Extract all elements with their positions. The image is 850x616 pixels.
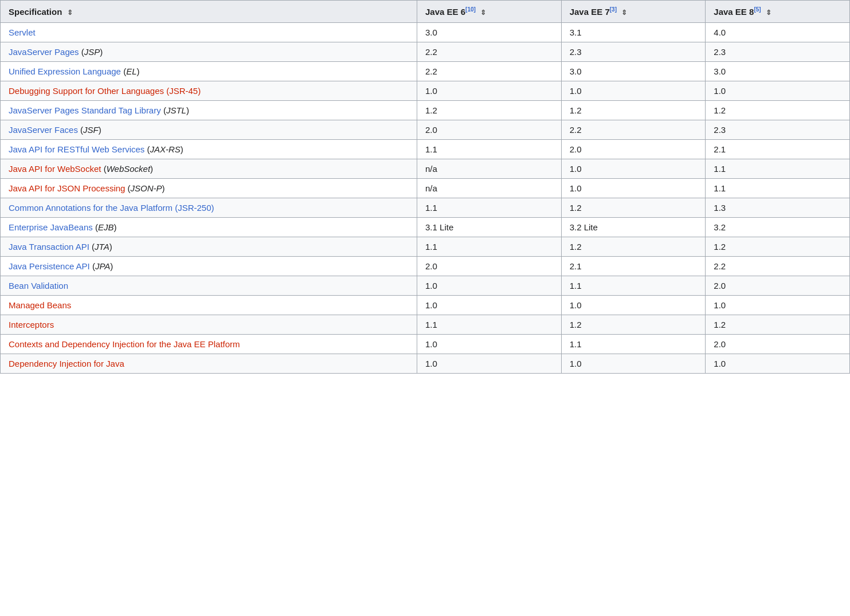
table-row: Java API for RESTful Web Services (JAX-R…: [1, 140, 850, 159]
spec-link[interactable]: Java API for JSON Processing: [9, 183, 125, 193]
version-value-ee7: 1.0: [570, 86, 582, 96]
table-row: JavaServer Pages (JSP)2.22.32.3: [1, 42, 850, 62]
header-ee8[interactable]: Java EE 8[5] ⇕: [706, 1, 850, 23]
spec-cell: Java API for WebSocket (WebSocket): [1, 159, 417, 179]
table-container: Specification ⇕ Java EE 6[10] ⇕ Java EE …: [0, 0, 850, 374]
spec-link[interactable]: Java API for WebSocket: [9, 164, 101, 174]
table-row: Managed Beans1.01.01.0: [1, 296, 850, 315]
spec-link[interactable]: Interceptors: [9, 320, 54, 329]
version-cell-ee6: 2.0: [417, 257, 562, 276]
spec-link[interactable]: Unified Expression Language: [9, 66, 121, 76]
spec-cell: Java Transaction API (JTA): [1, 237, 417, 257]
version-value-ee6: 1.0: [425, 281, 437, 291]
header-specification[interactable]: Specification ⇕: [1, 1, 417, 23]
spec-link[interactable]: Java Transaction API: [9, 242, 89, 252]
spec-cell: Interceptors: [1, 315, 417, 335]
version-value-ee6: 1.0: [425, 86, 437, 96]
table-row: Servlet3.03.14.0: [1, 23, 850, 42]
version-cell-ee7: 3.0: [561, 62, 706, 81]
version-cell-ee6: n/a: [417, 159, 562, 179]
version-value-ee8: 1.2: [714, 320, 726, 329]
version-value-ee6: 1.0: [425, 339, 437, 349]
version-cell-ee6: 2.2: [417, 42, 562, 62]
spec-link[interactable]: Servlet: [9, 28, 36, 37]
version-value-ee8: 1.3: [714, 203, 726, 213]
version-cell-ee6: 1.1: [417, 140, 562, 159]
table-row: Dependency Injection for Java1.01.01.0: [1, 354, 850, 374]
spec-cell: Java API for JSON Processing (JSON-P): [1, 179, 417, 198]
sort-icon-ee7: ⇕: [621, 9, 627, 17]
version-cell-ee6: 1.2: [417, 101, 562, 120]
version-value-ee6: 1.2: [425, 105, 437, 115]
header-ee7-sup: [3]: [610, 6, 617, 13]
version-cell-ee8: 3.2: [706, 218, 850, 237]
spec-link[interactable]: Managed Beans: [9, 300, 71, 310]
version-value-ee8: 1.2: [714, 242, 726, 252]
version-value-ee8: 2.2: [714, 261, 726, 271]
version-cell-ee6: 1.0: [417, 81, 562, 101]
version-value-ee6: 2.0: [425, 125, 437, 135]
version-cell-ee8: 3.0: [706, 62, 850, 81]
spec-link[interactable]: Common Annotations for the Java Platform…: [9, 203, 214, 213]
version-cell-ee7: 1.0: [561, 354, 706, 374]
version-value-ee6: 2.0: [425, 261, 437, 271]
spec-link[interactable]: Dependency Injection for Java: [9, 359, 124, 368]
spec-link[interactable]: JavaServer Pages: [9, 47, 79, 57]
version-cell-ee6: 1.1: [417, 237, 562, 257]
version-cell-ee6: 1.1: [417, 315, 562, 335]
spec-link[interactable]: Java Persistence API: [9, 261, 90, 271]
version-cell-ee8: 2.3: [706, 42, 850, 62]
version-value-ee7: 1.0: [570, 300, 582, 310]
spec-link[interactable]: Java API for RESTful Web Services: [9, 144, 144, 154]
version-cell-ee7: 1.1: [561, 276, 706, 296]
version-value-ee8: 1.1: [714, 183, 726, 193]
version-value-ee7: 2.3: [570, 47, 582, 57]
version-value-ee6: 1.1: [425, 320, 437, 329]
specifications-table: Specification ⇕ Java EE 6[10] ⇕ Java EE …: [0, 0, 850, 374]
version-cell-ee7: 1.1: [561, 335, 706, 354]
version-cell-ee8: 1.2: [706, 315, 850, 335]
version-cell-ee7: 1.0: [561, 81, 706, 101]
version-cell-ee6: 1.0: [417, 276, 562, 296]
spec-cell: Unified Expression Language (EL): [1, 62, 417, 81]
spec-cell: Common Annotations for the Java Platform…: [1, 198, 417, 218]
spec-link[interactable]: Bean Validation: [9, 281, 68, 291]
header-ee6-label: Java EE 6: [425, 7, 465, 17]
table-row: Bean Validation1.01.12.0: [1, 276, 850, 296]
version-cell-ee7: 2.0: [561, 140, 706, 159]
version-cell-ee7: 3.2 Lite: [561, 218, 706, 237]
header-ee7[interactable]: Java EE 7[3] ⇕: [561, 1, 706, 23]
version-value-ee7: 1.2: [570, 320, 582, 329]
sort-icon-spec: ⇕: [67, 9, 73, 17]
header-ee6[interactable]: Java EE 6[10] ⇕: [417, 1, 562, 23]
version-value-ee6: 1.0: [425, 359, 437, 368]
spec-link[interactable]: JavaServer Pages Standard Tag Library: [9, 105, 161, 115]
version-value-ee8: 3.0: [714, 66, 726, 76]
table-row: Contexts and Dependency Injection for th…: [1, 335, 850, 354]
spec-link[interactable]: JavaServer Faces: [9, 125, 78, 135]
table-row: Enterprise JavaBeans (EJB)3.1 Lite3.2 Li…: [1, 218, 850, 237]
version-value-ee8: 2.1: [714, 144, 726, 154]
version-value-ee8: 3.2: [714, 222, 726, 232]
version-cell-ee6: 3.0: [417, 23, 562, 42]
version-cell-ee6: 1.0: [417, 354, 562, 374]
table-row: Java Persistence API (JPA)2.02.12.2: [1, 257, 850, 276]
spec-link[interactable]: Contexts and Dependency Injection for th…: [9, 339, 240, 349]
spec-cell: Contexts and Dependency Injection for th…: [1, 335, 417, 354]
version-value-ee8: 1.0: [714, 359, 726, 368]
version-cell-ee8: 1.2: [706, 237, 850, 257]
spec-cell: Java API for RESTful Web Services (JAX-R…: [1, 140, 417, 159]
version-value-ee6: 1.1: [425, 203, 437, 213]
version-value-ee7: 1.0: [570, 164, 582, 174]
version-cell-ee6: 1.1: [417, 198, 562, 218]
spec-link[interactable]: Debugging Support for Other Languages (J…: [9, 86, 201, 96]
spec-cell: Managed Beans: [1, 296, 417, 315]
table-row: Java API for WebSocket (WebSocket)n/a1.0…: [1, 159, 850, 179]
table-row: Debugging Support for Other Languages (J…: [1, 81, 850, 101]
version-value-ee8: 2.3: [714, 125, 726, 135]
version-cell-ee6: 1.0: [417, 335, 562, 354]
table-body: Servlet3.03.14.0JavaServer Pages (JSP)2.…: [1, 23, 850, 374]
spec-link[interactable]: Enterprise JavaBeans: [9, 222, 93, 232]
version-value-ee7: 1.1: [570, 281, 582, 291]
version-value-ee7: 3.1: [570, 28, 582, 37]
